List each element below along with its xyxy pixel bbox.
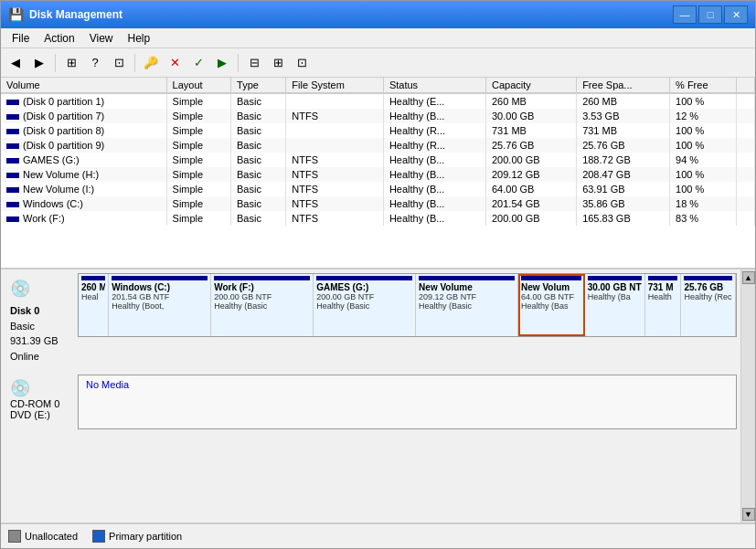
- partition-detail-3: 200.00 GB NTFHealthy (Basic: [316, 292, 412, 311]
- cell-fs: NTFS: [286, 167, 384, 182]
- disk0-partitions: 260 M Heal Windows (C:) 201.54 GB NTFHea…: [78, 273, 737, 337]
- play-button[interactable]: ▶: [211, 52, 233, 74]
- disk0-partition-2[interactable]: Work (F:) 200.00 GB NTFHealthy (Basic: [211, 274, 314, 336]
- col-pct: % Free: [670, 78, 737, 93]
- cell-extra: [737, 123, 755, 138]
- forward-button[interactable]: ▶: [28, 52, 50, 74]
- cell-fs: NTFS: [286, 109, 384, 123]
- table-row[interactable]: GAMES (G:) Simple Basic NTFS Healthy (B.…: [1, 153, 755, 167]
- properties-button[interactable]: ⊞: [60, 52, 82, 74]
- cell-capacity: 731 MB: [485, 123, 576, 138]
- maximize-button[interactable]: □: [698, 5, 722, 24]
- partition-name-6: 30.00 GB NT: [588, 282, 642, 292]
- primary-label: Primary partition: [109, 531, 182, 542]
- back-button[interactable]: ◀: [5, 52, 27, 74]
- table-row[interactable]: (Disk 0 partition 7) Simple Basic NTFS H…: [1, 109, 755, 123]
- menu-view[interactable]: View: [82, 30, 121, 47]
- cell-status: Healthy (R...: [383, 123, 485, 138]
- menu-file[interactable]: File: [5, 30, 37, 47]
- disk-map-wrapper: 💿 Disk 0 Basic 931.39 GB Online 260 M He…: [1, 269, 755, 523]
- cell-free: 25.76 GB: [577, 138, 670, 153]
- table-row[interactable]: Windows (C:) Simple Basic NTFS Healthy (…: [1, 196, 755, 211]
- disk0-partition-8[interactable]: 25.76 GB Healthy (Rec: [681, 274, 735, 336]
- view-button[interactable]: ⊡: [291, 52, 313, 74]
- cell-extra: [737, 153, 755, 167]
- cell-capacity: 200.00 GB: [485, 153, 576, 167]
- key-button[interactable]: 🔑: [140, 52, 162, 74]
- cell-pct: 100 %: [670, 93, 737, 109]
- cell-capacity: 260 MB: [485, 93, 576, 109]
- disk0-partition-3[interactable]: GAMES (G:) 200.00 GB NTFHealthy (Basic: [314, 274, 416, 336]
- cell-fs: NTFS: [286, 211, 384, 226]
- partition-name-3: GAMES (G:): [316, 282, 412, 292]
- cell-volume: New Volume (I:): [1, 182, 166, 196]
- table-row[interactable]: New Volume (I:) Simple Basic NTFS Health…: [1, 182, 755, 196]
- table-row[interactable]: (Disk 0 partition 8) Simple Basic Health…: [1, 123, 755, 138]
- menu-action[interactable]: Action: [37, 30, 81, 47]
- cell-capacity: 64.00 GB: [485, 182, 576, 196]
- refresh-button[interactable]: ⊡: [108, 52, 130, 74]
- disk0-partition-5[interactable]: New Volum 64.00 GB NTFHealthy (Bas: [518, 274, 585, 336]
- cell-pct: 12 %: [670, 109, 737, 123]
- partition-detail-2: 200.00 GB NTFHealthy (Basic: [214, 292, 310, 311]
- help-button[interactable]: ?: [84, 52, 106, 74]
- cell-extra: [737, 138, 755, 153]
- cdrom0-label: 💿 CD-ROM 0 DVD (E:): [5, 375, 78, 429]
- cell-layout: Simple: [166, 109, 230, 123]
- cell-status: Healthy (E...: [383, 93, 485, 109]
- table-row[interactable]: New Volume (H:) Simple Basic NTFS Health…: [1, 167, 755, 182]
- scroll-up-btn[interactable]: ▲: [742, 271, 755, 284]
- disk-map-container[interactable]: 💿 Disk 0 Basic 931.39 GB Online 260 M He…: [1, 269, 740, 523]
- shrink-button[interactable]: ⊟: [243, 52, 265, 74]
- partition-name-7: 731 M: [648, 282, 678, 292]
- col-layout: Layout: [166, 78, 230, 93]
- toolbar-sep-3: [238, 54, 239, 72]
- col-fs: File System: [286, 78, 384, 93]
- window-title: Disk Management: [29, 8, 673, 21]
- cell-pct: 100 %: [670, 138, 737, 153]
- cell-fs: [286, 93, 384, 109]
- check-button[interactable]: ✓: [187, 52, 209, 74]
- cell-volume: GAMES (G:): [1, 153, 166, 167]
- title-bar: 💾 Disk Management — □ ✕: [1, 1, 755, 28]
- cell-capacity: 30.00 GB: [485, 109, 576, 123]
- disk0-partition-0[interactable]: 260 M Heal: [79, 274, 109, 336]
- disk0-partition-6[interactable]: 30.00 GB NT Healthy (Ba: [585, 274, 645, 336]
- partition-name-5: New Volum: [521, 282, 581, 292]
- table-row[interactable]: (Disk 0 partition 9) Simple Basic Health…: [1, 138, 755, 153]
- primary-swatch: [92, 530, 105, 543]
- volume-table-container[interactable]: Volume Layout Type File System Status Ca…: [1, 78, 755, 269]
- partition-header-2: [214, 276, 310, 280]
- cell-fs: [286, 138, 384, 153]
- scroll-down-btn[interactable]: ▼: [742, 508, 755, 521]
- cell-layout: Simple: [166, 167, 230, 182]
- app-icon: 💾: [8, 7, 24, 22]
- partition-header-8: [684, 276, 731, 280]
- disk0-type: Basic: [10, 319, 72, 334]
- table-row[interactable]: (Disk 0 partition 1) Simple Basic Health…: [1, 93, 755, 109]
- cell-free: 260 MB: [577, 93, 670, 109]
- cell-status: Healthy (B...: [383, 109, 485, 123]
- cell-fs: [286, 123, 384, 138]
- menu-help[interactable]: Help: [121, 30, 158, 47]
- cell-layout: Simple: [166, 182, 230, 196]
- disk0-partition-7[interactable]: 731 M Health: [645, 274, 682, 336]
- disk0-partition-4[interactable]: New Volume 209.12 GB NTFHealthy (Basic: [416, 274, 518, 336]
- disk0-partition-1[interactable]: Windows (C:) 201.54 GB NTFHealthy (Boot,: [109, 274, 211, 336]
- partition-header-4: [419, 276, 515, 280]
- cell-extra: [737, 109, 755, 123]
- minimize-button[interactable]: —: [673, 5, 697, 24]
- cell-status: Healthy (B...: [383, 196, 485, 211]
- cell-type: Basic: [231, 138, 286, 153]
- window-controls: — □ ✕: [673, 5, 748, 24]
- cell-layout: Simple: [166, 138, 230, 153]
- close-button[interactable]: ✕: [724, 5, 748, 24]
- expand-button[interactable]: ⊞: [267, 52, 289, 74]
- partition-name-4: New Volume: [419, 282, 515, 292]
- cell-extra: [737, 167, 755, 182]
- disk-map-scrollbar[interactable]: ▲ ▼: [740, 269, 755, 523]
- cell-type: Basic: [231, 196, 286, 211]
- delete-button[interactable]: ✕: [164, 52, 186, 74]
- partition-name-8: 25.76 GB: [684, 282, 731, 292]
- table-row[interactable]: Work (F:) Simple Basic NTFS Healthy (B..…: [1, 211, 755, 226]
